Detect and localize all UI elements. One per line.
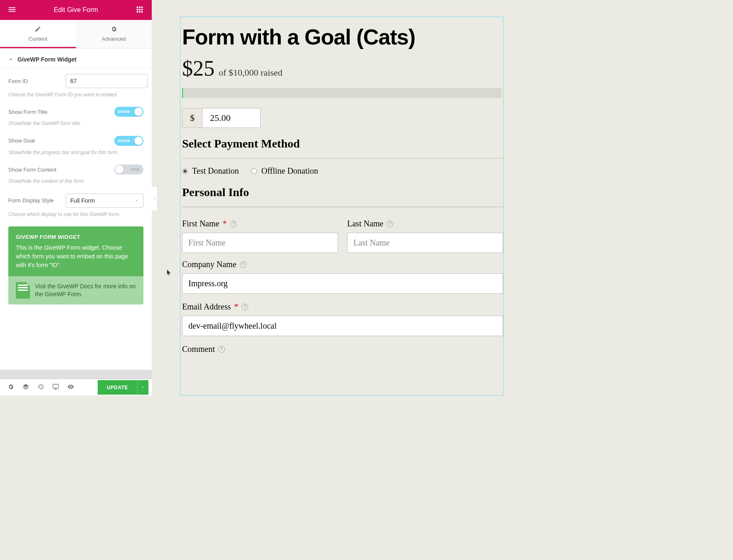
show-goal-toggle[interactable]: SHOW <box>114 136 143 146</box>
show-goal-help: Show/hide the progress bar and goal for … <box>8 149 143 156</box>
show-content-label: Show Form Content <box>8 167 66 173</box>
help-icon[interactable]: ? <box>230 221 237 227</box>
section-title: GiveWP Form Widget <box>17 56 77 63</box>
payment-radios: Test Donation Offline Donation <box>182 166 503 176</box>
chevron-left-icon <box>153 196 156 201</box>
donation-amount-box: $ <box>182 108 503 128</box>
info-box-top: GIVEWP FORM WIDGET This is the GiveWP Fo… <box>8 226 143 277</box>
form-id-label: Form ID <box>8 78 66 84</box>
toggle-text: HIDE <box>130 167 140 172</box>
tab-advanced-label: Advanced <box>102 36 126 42</box>
hamburger-icon <box>7 5 17 14</box>
panel-gap <box>0 370 152 379</box>
company-input[interactable] <box>182 273 503 294</box>
sidebar-header: Edit Give Form <box>0 0 152 20</box>
collapse-sidebar-button[interactable] <box>152 186 158 211</box>
form-id-input[interactable] <box>66 74 148 88</box>
chevron-down-icon <box>135 199 139 203</box>
show-title-help: Show/hide the GiveWP form title. <box>8 120 143 127</box>
sidebar-title: Edit Give Form <box>18 6 133 14</box>
widgets-button[interactable] <box>133 3 146 17</box>
layers-icon <box>22 383 29 390</box>
radio-icon <box>251 168 257 174</box>
help-icon[interactable]: ? <box>242 304 248 310</box>
settings-button[interactable] <box>3 381 18 394</box>
raised-amount: $25 <box>182 56 215 81</box>
toggle-knob <box>134 137 143 145</box>
info-box-body: This is the GiveWP Form widget. Choose w… <box>16 244 128 268</box>
radio-test-donation[interactable]: Test Donation <box>182 166 239 176</box>
control-display-style: Form Display Style Full Form <box>8 194 143 208</box>
show-goal-label: Show Goal <box>8 138 66 144</box>
editor-tabs: Content Advanced <box>0 20 152 49</box>
history-button[interactable] <box>33 381 48 394</box>
currency-symbol: $ <box>182 108 202 128</box>
apps-grid-icon <box>135 5 144 14</box>
document-icon <box>16 282 30 299</box>
required-star: * <box>234 302 238 312</box>
raised-of-text: of $10,000 raised <box>219 67 282 78</box>
update-options-button[interactable] <box>137 380 148 395</box>
preview-canvas[interactable]: Form with a Goal (Cats) $25 of $10,000 r… <box>152 0 518 395</box>
personal-info-heading: Personal Info <box>182 186 503 199</box>
company-label: Company Name ? <box>182 260 503 269</box>
section-toggle[interactable]: GiveWP Form Widget <box>0 49 152 68</box>
tab-content[interactable]: Content <box>0 20 76 48</box>
form-id-help: Choose the GiveWP Form ID you want to em… <box>8 91 143 98</box>
widget-frame[interactable]: Form with a Goal (Cats) $25 of $10,000 r… <box>180 17 503 395</box>
caret-down-icon <box>8 57 13 62</box>
comment-label: Comment ? <box>182 344 503 354</box>
first-name-label: First Name * ? <box>182 219 338 228</box>
last-name-label: Last Name ? <box>347 219 503 228</box>
eye-icon <box>67 383 74 390</box>
tab-content-label: Content <box>28 36 47 42</box>
display-style-label: Form Display Style <box>8 197 66 204</box>
tab-advanced[interactable]: Advanced <box>76 20 152 48</box>
email-input[interactable] <box>182 316 503 336</box>
menu-button[interactable] <box>6 3 18 17</box>
show-title-label: Show Form Title <box>8 109 66 115</box>
control-show-title: Show Form Title SHOW <box>8 107 143 117</box>
info-box-docs-text: Visit the GiveWP Docs for more info on t… <box>35 282 136 299</box>
divider <box>182 206 503 207</box>
controls-panel: GiveWP Form Widget Form ID Choose the Gi… <box>0 49 152 370</box>
required-star: * <box>222 219 227 228</box>
toggle-text: SHOW <box>118 110 130 114</box>
goal-row: $25 of $10,000 raised <box>180 54 503 81</box>
controls-list: Form ID Choose the GiveWP Form ID you wa… <box>0 68 152 218</box>
update-group: UPDATE <box>98 380 148 395</box>
progress-fill <box>182 88 183 98</box>
info-box: GIVEWP FORM WIDGET This is the GiveWP Fo… <box>8 226 143 305</box>
donation-amount-input[interactable] <box>202 108 261 128</box>
display-style-select[interactable]: Full Form <box>66 194 143 208</box>
gear-icon <box>111 26 117 32</box>
responsive-button[interactable] <box>48 381 63 394</box>
first-name-input[interactable] <box>182 233 338 253</box>
show-content-toggle[interactable]: HIDE <box>114 165 143 174</box>
caret-up-icon <box>141 385 145 389</box>
navigator-button[interactable] <box>18 381 33 394</box>
display-style-help: Choose which display to use for this Giv… <box>8 211 143 218</box>
editor-sidebar: Edit Give Form Content Advanced GiveWP F… <box>0 0 152 395</box>
help-icon[interactable]: ? <box>218 346 225 353</box>
preview-button[interactable] <box>63 381 78 394</box>
show-title-toggle[interactable]: SHOW <box>114 107 143 117</box>
show-content-help: Show/hide the content of this form. <box>8 178 143 185</box>
divider <box>182 158 503 159</box>
info-box-docs-link[interactable]: Visit the GiveWP Docs for more info on t… <box>8 276 143 305</box>
help-icon[interactable]: ? <box>240 261 247 268</box>
history-icon <box>37 383 44 390</box>
payment-method-heading: Select Payment Method <box>182 137 503 150</box>
progress-bar <box>182 88 501 98</box>
update-button[interactable]: UPDATE <box>98 380 137 395</box>
personal-info-form: First Name * ? Last Name ? Company Name <box>180 215 503 354</box>
display-style-value: Full Form <box>70 197 95 204</box>
toggle-knob <box>115 165 123 174</box>
control-show-content: Show Form Content HIDE <box>8 165 143 174</box>
toggle-text: SHOW <box>118 139 130 143</box>
radio-offline-donation[interactable]: Offline Donation <box>251 166 318 176</box>
info-box-title: GIVEWP FORM WIDGET <box>16 233 136 241</box>
toggle-knob <box>134 108 143 116</box>
help-icon[interactable]: ? <box>387 221 393 227</box>
last-name-input[interactable] <box>347 233 503 253</box>
